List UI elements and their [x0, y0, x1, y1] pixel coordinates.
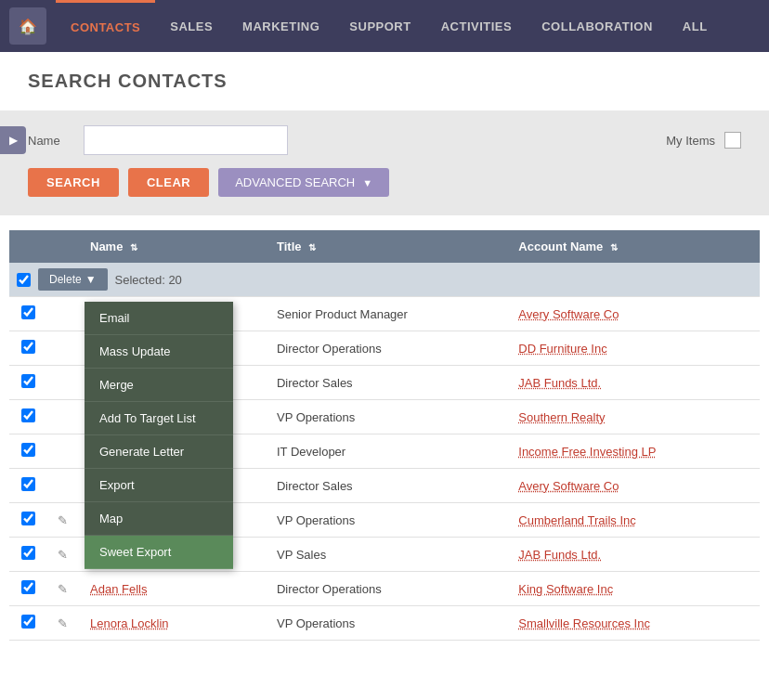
dropdown-item-sweet-export[interactable]: Sweet Export — [85, 536, 233, 569]
search-button[interactable]: SEARCH — [28, 168, 119, 197]
nav-item-support[interactable]: SUPPORT — [334, 0, 425, 52]
top-nav: 🏠 CONTACTS SALES MARKETING SUPPORT ACTIV… — [0, 0, 769, 52]
contact-title-cell: Senior Product Manager — [266, 297, 507, 331]
contact-link[interactable]: Adan Fells — [90, 582, 147, 596]
delete-dropdown-container: Delete ▼ Email Mass Update Merge Add To … — [38, 268, 108, 291]
dropdown-item-map[interactable]: Map — [85, 502, 233, 536]
sidebar-toggle[interactable]: ▶ — [0, 126, 26, 154]
row-checkbox[interactable] — [21, 546, 35, 560]
chevron-down-icon: ▼ — [362, 177, 372, 188]
nav-item-activities[interactable]: ACTIVITIES — [426, 0, 528, 52]
contact-account-cell: Avery Software Co — [507, 297, 760, 331]
row-checkbox[interactable] — [21, 477, 35, 491]
search-row: Name My Items — [28, 125, 741, 155]
dropdown-item-email[interactable]: Email — [85, 302, 233, 335]
nav-item-all[interactable]: ALL — [668, 0, 723, 52]
table-container: Name ⇅ Title ⇅ Account Name ⇅ Delete — [0, 230, 769, 641]
nav-item-contacts[interactable]: CONTACTS — [56, 0, 155, 52]
search-input[interactable] — [84, 125, 288, 155]
contact-link[interactable]: Lenora Locklin — [90, 616, 169, 630]
nav-item-marketing[interactable]: MARKETING — [228, 0, 334, 52]
col-edit — [46, 230, 79, 263]
col-account[interactable]: Account Name ⇅ — [507, 230, 760, 263]
my-items-row: My Items — [666, 132, 741, 149]
edit-icon[interactable]: ✎ — [58, 582, 68, 596]
row-checkbox[interactable] — [21, 512, 35, 525]
nav-item-sales[interactable]: SALES — [155, 0, 228, 52]
my-items-label: My Items — [666, 134, 715, 148]
row-checkbox[interactable] — [21, 305, 35, 319]
dropdown-item-merge[interactable]: Merge — [85, 369, 233, 402]
action-bar-row: Delete ▼ Email Mass Update Merge Add To … — [9, 263, 760, 297]
nav-item-collaboration[interactable]: COLLABORATION — [527, 0, 668, 52]
contacts-table: Name ⇅ Title ⇅ Account Name ⇅ Delete — [9, 230, 760, 641]
col-name[interactable]: Name ⇅ — [79, 230, 266, 263]
col-check — [9, 230, 46, 263]
chevron-down-icon: ▼ — [85, 273, 97, 286]
clear-button[interactable]: CLEAR — [128, 168, 209, 197]
selected-count: Selected: 20 — [115, 273, 182, 287]
action-dropdown-menu: Email Mass Update Merge Add To Target Li… — [85, 302, 233, 569]
action-bar: Delete ▼ Email Mass Update Merge Add To … — [9, 263, 760, 296]
page-container: ▶ SEARCH CONTACTS Name My Items SEARCH C… — [0, 52, 769, 700]
select-all-checkbox[interactable] — [17, 273, 31, 287]
row-checkbox[interactable] — [21, 443, 35, 457]
row-checkbox-cell — [9, 297, 46, 331]
search-buttons: SEARCH CLEAR ADVANCED SEARCH ▼ — [28, 168, 741, 197]
row-checkbox[interactable] — [21, 340, 35, 354]
table-row: ✎ Lenora Locklin VP Operations Smallvill… — [9, 606, 760, 641]
row-checkbox[interactable] — [21, 374, 35, 388]
name-label: Name — [28, 134, 65, 148]
row-checkbox[interactable] — [21, 580, 35, 594]
dropdown-item-mass-update[interactable]: Mass Update — [85, 335, 233, 369]
edit-icon[interactable]: ✎ — [58, 513, 68, 527]
my-items-checkbox[interactable] — [724, 132, 741, 149]
col-title[interactable]: Title ⇅ — [266, 230, 507, 263]
dropdown-item-export[interactable]: Export — [85, 469, 233, 502]
delete-button[interactable]: Delete ▼ — [38, 268, 108, 291]
page-title: SEARCH CONTACTS — [0, 52, 769, 110]
nav-items: CONTACTS SALES MARKETING SUPPORT ACTIVIT… — [56, 0, 723, 52]
row-edit-cell — [46, 297, 79, 331]
row-checkbox[interactable] — [21, 408, 35, 422]
search-section: Name My Items SEARCH CLEAR ADVANCED SEAR… — [0, 110, 769, 215]
home-button[interactable]: 🏠 — [9, 7, 46, 45]
edit-icon[interactable]: ✎ — [58, 616, 68, 630]
edit-icon[interactable]: ✎ — [58, 548, 68, 562]
dropdown-item-add-to-target[interactable]: Add To Target List — [85, 402, 233, 435]
table-row: ✎ Adan Fells Director Operations King So… — [9, 572, 760, 606]
advanced-search-button[interactable]: ADVANCED SEARCH ▼ — [218, 168, 389, 197]
row-checkbox[interactable] — [21, 615, 35, 629]
dropdown-item-generate-letter[interactable]: Generate Letter — [85, 435, 233, 469]
